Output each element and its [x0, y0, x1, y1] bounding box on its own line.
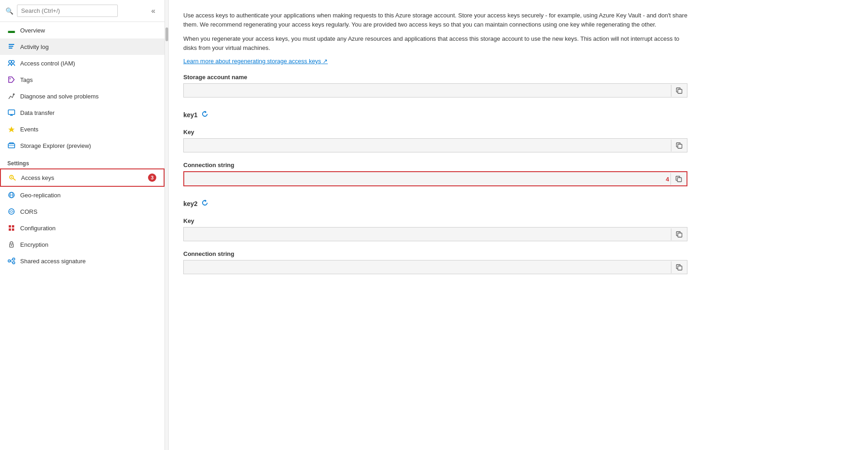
overview-icon: ▬ — [7, 26, 16, 34]
svg-rect-0 — [9, 44, 14, 45]
key1-key-copy-button[interactable] — [671, 140, 687, 152]
geo-replication-icon — [7, 191, 16, 199]
svg-rect-42 — [678, 233, 682, 237]
storage-account-name-input[interactable] — [184, 84, 671, 97]
key2-key-label: Key — [183, 217, 687, 224]
svg-rect-23 — [12, 228, 14, 231]
sidebar-item-data-transfer[interactable]: Data transfer — [0, 104, 165, 121]
search-input[interactable] — [17, 5, 118, 17]
copy-icon — [676, 264, 682, 271]
key2-header: key2 — [183, 199, 687, 208]
sidebar-item-access-control[interactable]: Access control (IAM) — [0, 55, 165, 71]
sidebar-item-overview[interactable]: ▬ Overview — [0, 22, 165, 38]
tags-icon — [7, 76, 16, 84]
storage-account-name-copy-button[interactable] — [671, 85, 687, 97]
key1-connection-copy-button[interactable] — [670, 173, 687, 185]
sidebar-item-label: Geo-replication — [20, 192, 60, 199]
svg-rect-7 — [8, 110, 15, 114]
sidebar-item-label: Configuration — [20, 225, 55, 232]
scrollbar-thumb[interactable] — [165, 27, 168, 41]
key1-key-label: Key — [183, 129, 687, 136]
sidebar-item-encryption[interactable]: Encryption — [0, 236, 165, 253]
sidebar-item-tags[interactable]: Tags — [0, 71, 165, 88]
key2-connection-field: Connection string — [183, 250, 687, 274]
key2-refresh-icon[interactable] — [201, 199, 209, 208]
svg-point-4 — [11, 60, 14, 63]
sidebar-item-label: Diagnose and solve problems — [20, 93, 99, 100]
key2-connection-copy-button[interactable] — [671, 261, 687, 273]
sidebar-item-label: Data transfer — [20, 109, 55, 116]
svg-rect-31 — [678, 89, 682, 93]
sidebar-item-cors[interactable]: CORS — [0, 203, 165, 220]
svg-rect-20 — [9, 225, 11, 228]
storage-account-name-field: Storage account name — [183, 74, 687, 98]
sidebar-item-label: Overview — [20, 27, 45, 34]
storage-account-name-input-row — [183, 83, 687, 98]
access-control-icon — [7, 59, 16, 67]
sidebar-item-events[interactable]: Events — [0, 121, 165, 137]
key1-key-input[interactable] — [184, 139, 671, 152]
sidebar-item-label: Access keys — [21, 174, 54, 181]
sidebar-item-geo-replication[interactable]: Geo-replication — [0, 187, 165, 203]
svg-marker-34 — [205, 111, 207, 113]
storage-account-name-label: Storage account name — [183, 74, 687, 81]
key2-key-field: Key — [183, 217, 687, 241]
sidebar-item-label: Activity log — [20, 43, 49, 50]
key1-connection-label: Connection string — [183, 162, 687, 168]
sidebar-scroll: ▬ Overview Activity log Access control (… — [0, 22, 165, 450]
sidebar: 🔍 « ▬ Overview Activity log Access contr… — [0, 0, 165, 450]
key1-header: key1 — [183, 110, 687, 119]
copy-icon — [676, 87, 682, 94]
key1-connection-input-row: 4 — [183, 171, 687, 186]
svg-line-30 — [11, 261, 13, 262]
storage-explorer-icon — [7, 141, 16, 150]
svg-point-28 — [13, 262, 15, 264]
learn-more-link[interactable]: Learn more about regenerating storage ac… — [183, 58, 328, 65]
main-content: Use access keys to authenticate your app… — [169, 0, 868, 450]
key2-section: key2 Key Connection string — [183, 199, 687, 274]
key1-connection-input[interactable] — [184, 172, 670, 185]
key2-key-copy-button[interactable] — [671, 228, 687, 240]
description-paragraph-1: Use access keys to authenticate your app… — [183, 11, 687, 29]
key1-section: key1 Key Connection string 4 — [183, 110, 687, 186]
key1-refresh-icon[interactable] — [201, 110, 209, 119]
svg-point-25 — [11, 245, 12, 246]
key1-label: key1 — [183, 111, 198, 119]
key2-key-input[interactable] — [184, 228, 671, 241]
key2-connection-input[interactable] — [184, 260, 671, 274]
sidebar-item-label: Events — [20, 126, 38, 133]
cors-icon — [7, 207, 16, 216]
search-area: 🔍 « — [0, 0, 165, 22]
copy-icon — [676, 142, 682, 149]
sidebar-item-label: Tags — [20, 76, 33, 83]
sidebar-item-configuration[interactable]: Configuration — [0, 220, 165, 236]
events-icon — [7, 125, 16, 133]
key2-label: key2 — [183, 200, 198, 207]
sidebar-item-label: Storage Explorer (preview) — [20, 142, 91, 149]
svg-point-27 — [13, 258, 15, 260]
sidebar-item-access-keys[interactable]: Access keys 3 — [0, 168, 165, 187]
svg-point-3 — [9, 60, 11, 63]
sidebar-item-storage-explorer[interactable]: Storage Explorer (preview) — [0, 137, 165, 154]
search-icon: 🔍 — [5, 7, 13, 15]
sidebar-item-diagnose[interactable]: Diagnose and solve problems — [0, 88, 165, 104]
sidebar-scrollbar[interactable] — [165, 0, 169, 450]
sidebar-item-label: Access control (IAM) — [20, 60, 75, 67]
sidebar-item-label: Shared access signature — [20, 258, 86, 265]
settings-section-header: Settings — [0, 154, 165, 168]
sidebar-item-label: Encryption — [20, 241, 48, 248]
description-paragraph-2: When you regenerate your access keys, yo… — [183, 34, 687, 52]
configuration-icon — [7, 224, 16, 232]
svg-marker-41 — [205, 200, 207, 202]
sidebar-item-activity-log[interactable]: Activity log — [0, 38, 165, 55]
data-transfer-icon — [7, 108, 16, 117]
svg-rect-38 — [677, 178, 681, 182]
svg-point-14 — [11, 177, 12, 178]
svg-rect-1 — [9, 46, 13, 47]
key1-key-field: Key — [183, 129, 687, 152]
svg-point-6 — [13, 93, 15, 95]
key1-connection-field: Connection string 4 — [183, 162, 687, 186]
collapse-button[interactable]: « — [148, 5, 159, 17]
svg-rect-45 — [678, 266, 682, 270]
sidebar-item-shared-access[interactable]: Shared access signature — [0, 253, 165, 269]
